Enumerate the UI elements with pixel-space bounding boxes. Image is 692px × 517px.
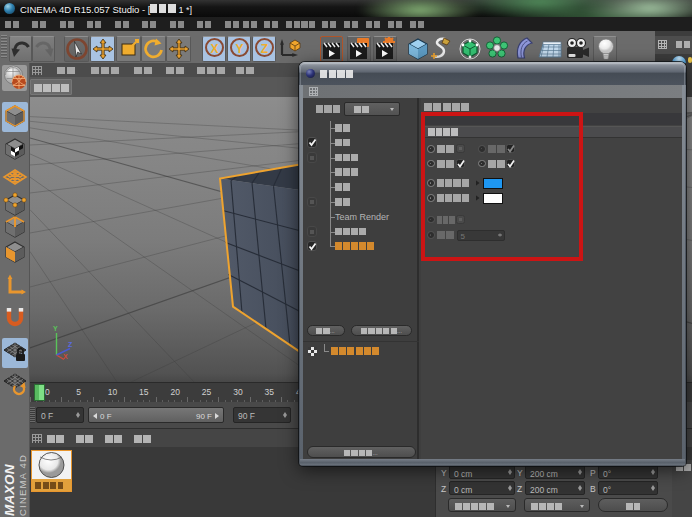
svg-text:CINEMA 4D: CINEMA 4D [17,454,28,516]
svg-text:MAXON: MAXON [2,464,17,516]
svg-text:Y: Y [53,325,58,332]
svg-text:Z: Z [68,341,73,348]
svg-text:X: X [63,353,68,360]
